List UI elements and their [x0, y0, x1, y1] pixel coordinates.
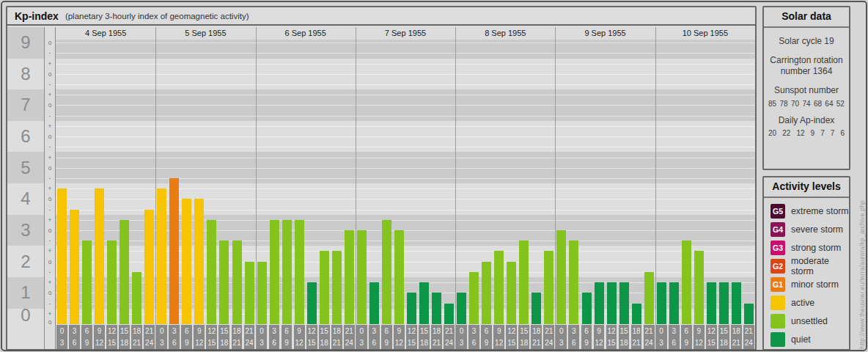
kp-bar	[245, 262, 254, 324]
legend-label: moderate storm	[791, 256, 849, 276]
x-interval-label: 1215	[406, 325, 417, 349]
x-interval-label: 912	[194, 325, 205, 349]
value: 68	[814, 100, 822, 108]
x-interval-label: 36	[69, 325, 80, 349]
kp-gridline	[56, 105, 755, 106]
kp-bar	[382, 220, 391, 324]
kp-axis-subtick: o	[45, 290, 55, 296]
day-separator	[455, 27, 456, 349]
legend-label: severe storm	[791, 224, 843, 235]
x-interval-label: 2124	[344, 325, 355, 349]
value: 22	[782, 129, 790, 137]
kp-bar	[569, 241, 578, 324]
x-interval-label: 1518	[718, 325, 729, 349]
x-interval-label: 1518	[619, 325, 630, 349]
day-header: 4 Sep 1955	[56, 27, 155, 40]
solar-cycle: Solar cycle 19	[764, 36, 849, 46]
kp-bar	[257, 262, 267, 324]
value: 52	[836, 100, 845, 108]
kp-gridline	[56, 84, 755, 85]
x-interval-label: 36	[568, 325, 579, 349]
value: 6	[840, 129, 845, 137]
x-interval-label: 1821	[631, 325, 642, 349]
value: 12	[796, 129, 804, 137]
value: 85	[768, 100, 776, 108]
kp-axis-subtick: -	[45, 238, 55, 244]
x-interval-label: 2124	[543, 325, 554, 349]
kp-bar	[682, 241, 691, 324]
value: 7	[820, 129, 825, 137]
kp-bar	[457, 293, 466, 324]
x-interval-label: 69	[81, 325, 92, 349]
kp-bar	[320, 251, 329, 324]
x-interval-label: 03	[356, 325, 367, 349]
chart-title-bar: Kp-index (planetary 3-hourly index of ge…	[7, 7, 755, 26]
kp-bar	[494, 251, 504, 324]
kp-axis-subtick: o	[45, 102, 55, 109]
kp-axis-subtick: o	[45, 196, 55, 202]
kp-axis-subtick: -	[45, 175, 55, 182]
kp-bar-chart: o-+o-+o-+o-+o-+o-+o-+o-+o-+o98765432104 …	[7, 27, 755, 349]
x-interval-label: 1821	[131, 325, 142, 349]
kp-bar	[282, 220, 292, 324]
x-interval-label: 1215	[306, 325, 317, 349]
legend-row: G4severe storm	[770, 220, 849, 238]
kp-axis-subtick: +	[45, 279, 55, 286]
x-interval-label: 69	[381, 325, 392, 349]
kp-gridline	[56, 116, 755, 117]
sunspot-number-title: Sunspot number	[764, 85, 849, 95]
kp-chart-panel: Kp-index (planetary 3-hourly index of ge…	[6, 6, 757, 351]
kp-axis-number: 6	[7, 128, 44, 145]
kp-bar	[119, 220, 129, 324]
x-interval-label: 36	[169, 325, 180, 349]
kp-bar	[582, 293, 592, 324]
kp-axis-number: 4	[7, 190, 44, 208]
day-header: 5 Sep 1955	[155, 27, 255, 40]
kp-archive-page: Kp-index (planetary 3-hourly index of ge…	[0, 0, 868, 352]
kp-bar	[595, 282, 604, 324]
kp-gridline	[56, 64, 755, 65]
kp-gridline	[56, 147, 755, 147]
solar-data-title: Solar data	[764, 7, 849, 28]
legend-chip-g4: G4	[770, 222, 785, 237]
value: 70	[791, 100, 799, 108]
kp-axis-number: 7	[7, 96, 44, 114]
kp-bar	[295, 220, 304, 324]
day-header: 6 Sep 1955	[256, 27, 356, 40]
day-separator	[155, 27, 156, 349]
kp-axis-number: 2	[7, 253, 44, 271]
kp-axis-subtick: o	[45, 319, 55, 326]
kp-axis-tick-column: o-+o-+o-+o-+o-+o-+o-+o-+o-+o	[44, 27, 56, 349]
kp-axis-number: 1	[7, 284, 44, 301]
x-interval-label: 36	[468, 325, 479, 349]
x-interval-label: 1215	[506, 325, 517, 349]
kp-axis-number: 0	[7, 307, 44, 324]
kp-bar	[144, 210, 154, 324]
kp-axis-subtick: o	[45, 165, 55, 172]
kp-bar	[95, 188, 104, 324]
x-interval-label: 1518	[419, 325, 430, 349]
kp-gridline	[56, 158, 755, 158]
legend-row: G5extreme storm	[770, 202, 849, 220]
sunspot-number-values: 85787074686452	[764, 100, 849, 108]
legend-chip-quiet	[770, 332, 785, 347]
kp-gridline	[56, 126, 755, 127]
kp-gridline	[56, 43, 755, 43]
kp-axis-subtick: -	[45, 206, 55, 213]
kp-gridline	[56, 74, 755, 75]
kp-bar	[619, 282, 629, 324]
kp-bar	[107, 241, 117, 324]
kp-bar	[444, 304, 454, 324]
kp-bar	[607, 282, 617, 324]
x-interval-label: 912	[694, 325, 705, 349]
kp-bar	[744, 304, 754, 324]
kp-bar	[669, 282, 679, 324]
kp-gridline	[56, 95, 755, 95]
kp-bar	[469, 272, 479, 324]
kp-bar	[432, 293, 441, 324]
kp-bar	[169, 178, 179, 324]
kp-axis-subtick: -	[45, 50, 55, 56]
kp-bar	[519, 241, 529, 324]
legend-row: active	[770, 293, 849, 312]
kp-bar	[544, 251, 553, 324]
